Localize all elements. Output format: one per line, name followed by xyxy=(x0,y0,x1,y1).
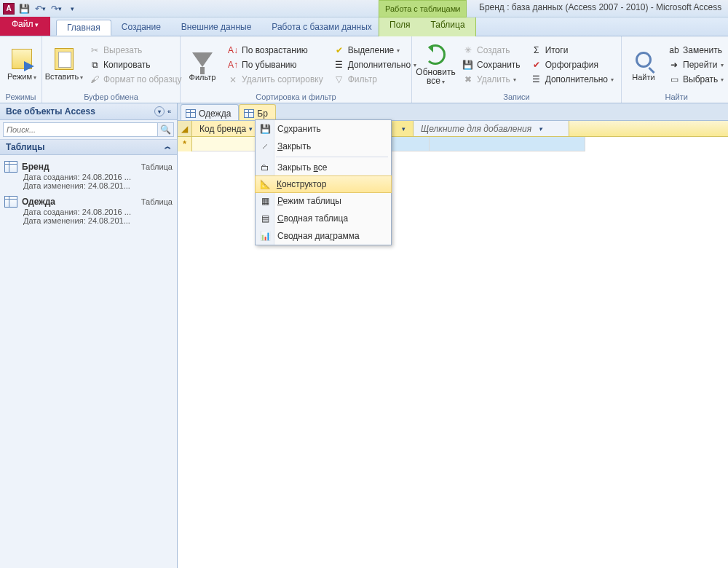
nav-meta-modified: Дата изменения: 24.08.201... xyxy=(4,216,173,225)
datasheet-icon: ▦ xyxy=(258,194,272,208)
nav-items: Бренд Таблица Дата создания: 24.08.2016 … xyxy=(0,155,177,231)
window-title: Бренд : база данных (Access 2007 - 2010)… xyxy=(479,2,721,12)
nav-pane-title: Все объекты Access xyxy=(6,106,95,117)
title-bar: A 💾 ↶▾ ↷▾ ▾ Работа с таблицами Бренд : б… xyxy=(0,0,728,17)
clear-sort-button[interactable]: ⨯Удалить сортировку xyxy=(224,73,326,86)
app-icon: A xyxy=(3,3,15,15)
cut-icon: ✂ xyxy=(89,44,100,56)
paste-button[interactable]: Вставить xyxy=(47,39,82,91)
clear-sort-icon: ⨯ xyxy=(227,74,239,85)
find-icon xyxy=(636,52,652,68)
tab-home[interactable]: Главная xyxy=(56,20,111,36)
pivot-chart-icon: 📊 xyxy=(258,229,272,242)
new-record-button[interactable]: ✳Создать xyxy=(459,44,523,57)
redo-icon: ↷ xyxy=(51,4,58,14)
group-clipboard-label: Буфер обмена xyxy=(47,91,175,101)
nav-item-odezhda[interactable]: Одежда Таблица Дата создания: 24.08.2016… xyxy=(1,193,175,228)
view-button[interactable]: Режим xyxy=(4,39,39,91)
save-icon: 💾 xyxy=(19,4,30,14)
save-icon: 💾 xyxy=(462,59,474,71)
nav-search-button[interactable]: 🔍 xyxy=(158,122,174,137)
column-header-add[interactable]: Щелкните для добавления▾ xyxy=(414,121,569,136)
group-find-label: Найти xyxy=(626,91,727,101)
tab-create[interactable]: Создание xyxy=(111,20,171,36)
tab-fields[interactable]: Поля xyxy=(379,17,421,33)
qat-customize-button[interactable]: ▾ xyxy=(66,2,79,15)
new-row-indicator: * xyxy=(178,137,192,151)
qat-undo-button[interactable]: ↶▾ xyxy=(33,2,47,15)
sort-asc-button[interactable]: A↓По возрастанию xyxy=(224,44,326,57)
ctx-close[interactable]: ⟋ Закрыть xyxy=(256,138,391,155)
cut-button[interactable]: ✂Вырезать xyxy=(86,44,185,57)
tab-external-data[interactable]: Внешние данные xyxy=(171,20,262,36)
navigation-pane: Все объекты Access ▾ « 🔍 Таблицы ︽ Бренд… xyxy=(0,103,178,568)
doc-tab-odezhda[interactable]: Одежда xyxy=(181,104,239,120)
group-records-label: Записи xyxy=(416,91,617,101)
group-find: Найти abЗаменить ➜Перейти ▭Выбрать Найти xyxy=(622,36,728,103)
toggle-filter-icon: ▽ xyxy=(333,74,345,85)
selection-button[interactable]: ✔Выделение xyxy=(331,44,419,57)
toggle-filter-button[interactable]: ▽Фильтр xyxy=(331,73,419,86)
nav-group-tables[interactable]: Таблицы ︽ xyxy=(0,140,177,155)
contextual-tab-header: Работа с таблицами xyxy=(379,0,467,17)
filter-button[interactable]: Фильтр xyxy=(185,39,220,91)
sort-desc-button[interactable]: A↑По убыванию xyxy=(224,58,326,71)
group-records: Обновить все ✳Создать 💾Сохранить ✖Удалит… xyxy=(412,36,622,103)
replace-button[interactable]: abЗаменить xyxy=(665,44,727,57)
refresh-label: Обновить все xyxy=(416,68,455,87)
ctx-pivot-chart[interactable]: 📊 Сводная диаграмма xyxy=(256,227,391,245)
nav-collapse-button[interactable]: « xyxy=(167,108,171,115)
select-all-cell[interactable]: ◢ xyxy=(178,121,192,136)
ctx-close-all[interactable]: 🗀 Закрыть все xyxy=(256,159,391,176)
delete-record-button[interactable]: ✖Удалить xyxy=(459,73,523,86)
nav-meta-created: Дата создания: 24.08.2016 ... xyxy=(4,173,173,181)
more-records-button[interactable]: ☰Дополнительно xyxy=(528,73,617,86)
group-views: Режим Режимы xyxy=(0,36,42,103)
brush-icon: 🖌 xyxy=(89,74,100,85)
totals-button[interactable]: ΣИтоги xyxy=(528,44,617,57)
qat-redo-button[interactable]: ↷▾ xyxy=(50,2,63,15)
find-button[interactable]: Найти xyxy=(626,39,661,91)
tab-table[interactable]: Таблица xyxy=(421,17,475,33)
nav-filter-dropdown[interactable]: ▾ xyxy=(154,106,165,117)
spelling-button[interactable]: ✔Орфография xyxy=(528,58,617,71)
ctx-design-view[interactable]: 📐 Конструктор xyxy=(255,175,392,193)
tab-database-tools[interactable]: Работа с базами данных xyxy=(261,20,381,36)
sort-asc-icon: A↓ xyxy=(227,44,239,56)
delete-icon: ✖ xyxy=(462,74,474,85)
replace-icon: ab xyxy=(668,44,680,56)
goto-button[interactable]: ➜Перейти xyxy=(665,58,727,71)
design-icon: 📐 xyxy=(258,178,272,191)
copy-icon: ⧉ xyxy=(89,59,100,71)
ctx-datasheet-view[interactable]: ▦ Режим таблицы xyxy=(256,192,391,210)
copy-button[interactable]: ⧉Копировать xyxy=(86,58,185,71)
tab-file[interactable]: Файл xyxy=(0,17,50,36)
ctx-save[interactable]: 💾 Сохранить xyxy=(256,120,391,138)
ctx-pivot-table[interactable]: ▤ Сводная таблица xyxy=(256,210,391,227)
format-painter-button[interactable]: 🖌Формат по образцу xyxy=(86,73,185,86)
spelling-icon: ✔ xyxy=(531,59,542,71)
select-button[interactable]: ▭Выбрать xyxy=(665,73,727,86)
close-all-icon: 🗀 xyxy=(258,161,272,174)
group-sortfilter-label: Сортировка и фильтр xyxy=(185,91,407,101)
undo-icon: ↶ xyxy=(35,4,42,14)
sort-desc-icon: A↑ xyxy=(227,59,239,71)
nav-search-input[interactable] xyxy=(3,122,158,137)
save-record-button[interactable]: 💾Сохранить xyxy=(459,58,523,71)
nav-pane-header[interactable]: Все объекты Access ▾ « xyxy=(0,103,177,120)
doc-tab-brand[interactable]: Бр xyxy=(239,104,276,120)
refresh-all-button[interactable]: Обновить все xyxy=(416,39,455,91)
refresh-icon xyxy=(425,44,446,65)
search-icon: 🔍 xyxy=(160,125,171,135)
advanced-icon: ☰ xyxy=(333,59,345,71)
nav-item-brand[interactable]: Бренд Таблица Дата создания: 24.08.2016 … xyxy=(1,158,175,193)
new-row-add-cell[interactable] xyxy=(430,137,585,151)
selection-icon: ✔ xyxy=(333,44,345,56)
table-icon xyxy=(186,109,196,118)
view-button-label: Режим xyxy=(7,72,36,82)
tab-context-menu: 💾 Сохранить ⟋ Закрыть 🗀 Закрыть все 📐 Ко… xyxy=(255,119,392,245)
ribbon-tabs-row: Файл Главная Создание Внешние данные Раб… xyxy=(0,17,728,36)
advanced-filter-button[interactable]: ☰Дополнительно xyxy=(331,58,419,71)
qat-save-button[interactable]: 💾 xyxy=(17,2,31,15)
save-icon: 💾 xyxy=(258,122,272,135)
